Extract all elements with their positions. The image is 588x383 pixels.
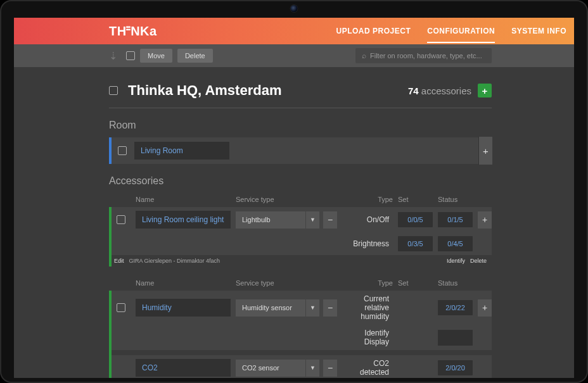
- search-icon: ⌕: [362, 51, 366, 60]
- accessory-checkbox[interactable]: [117, 303, 125, 312]
- col-type: Type: [342, 279, 393, 287]
- col-service: Service type: [236, 279, 337, 287]
- room-checkbox[interactable]: [118, 146, 127, 155]
- edit-link[interactable]: Edit: [114, 258, 124, 264]
- nav-configuration[interactable]: CONFIGURATION: [427, 19, 495, 43]
- toolbar: ⇣ Move Delete ⌕: [14, 44, 574, 67]
- add-room-button[interactable]: +: [478, 137, 492, 165]
- nav-upload-project[interactable]: UPLOAD PROJECT: [336, 19, 411, 43]
- reorder-handle-icon: ⇣: [109, 50, 117, 62]
- logo: TH••••••NKa: [109, 24, 157, 39]
- remove-service-button[interactable]: −: [323, 360, 337, 377]
- type-label: On/Off: [342, 215, 393, 224]
- identify-link[interactable]: Identify: [447, 258, 465, 264]
- accessory-subrow: Brightness 0/3/5 0/4/5: [109, 232, 492, 255]
- set-address[interactable]: 0/3/5: [398, 236, 433, 251]
- col-status: Status: [438, 279, 473, 287]
- remove-service-button[interactable]: −: [323, 299, 337, 317]
- move-button[interactable]: Move: [140, 49, 172, 63]
- col-service: Service type: [236, 196, 337, 203]
- tablet-camera: [291, 5, 298, 12]
- service-type-select[interactable]: Lightbulb: [236, 211, 305, 229]
- type-label: Current relative humidity: [342, 294, 393, 321]
- status-address[interactable]: 0/4/5: [438, 236, 473, 251]
- remove-service-button[interactable]: −: [323, 211, 337, 229]
- chevron-down-icon[interactable]: ▼: [305, 211, 319, 229]
- col-name: Name: [136, 279, 231, 287]
- accessory-row: Lightbulb ▼ − On/Off 0/0/5 0/1/5 +: [109, 207, 492, 232]
- status-address-empty[interactable]: [438, 330, 473, 346]
- accessory-group: Name Service type Type Set Status Humidi…: [109, 277, 492, 378]
- col-type: Type: [342, 196, 393, 203]
- add-accessory-button[interactable]: +: [478, 84, 492, 97]
- type-label: Brightness: [342, 239, 393, 248]
- accessory-row: CO2 sensor ▼ − CO2 detected 2/0/20: [109, 355, 492, 378]
- room-name-input[interactable]: [134, 142, 229, 160]
- type-label: CO2 detected: [342, 359, 393, 377]
- select-all-checkbox[interactable]: [126, 51, 135, 60]
- delete-button[interactable]: Delete: [177, 49, 213, 63]
- status-address[interactable]: 0/1/5: [438, 212, 473, 227]
- room-section-label: Room: [109, 108, 492, 137]
- project-title: Thinka HQ, Amsterdam: [128, 82, 281, 99]
- accessory-footer: Edit GIRA Gierslepen - Dimmaktor 4fach I…: [109, 255, 492, 267]
- nav-system-info[interactable]: SYSTEM INFO: [511, 19, 566, 43]
- col-name: Name: [136, 196, 231, 203]
- accessory-count-label: accessories: [421, 85, 471, 96]
- accessory-subrow: Identify Display: [109, 325, 492, 350]
- project-checkbox[interactable]: [109, 86, 118, 95]
- delete-link[interactable]: Delete: [470, 258, 487, 264]
- accessory-name-input[interactable]: [136, 299, 231, 317]
- service-type-select[interactable]: CO2 sensor: [236, 360, 305, 377]
- accessory-name-input[interactable]: [136, 359, 231, 377]
- col-set: Set: [398, 196, 433, 203]
- accessory-count: 74: [408, 85, 419, 96]
- service-type-select[interactable]: Humidity sensor: [236, 299, 305, 317]
- col-set: Set: [398, 279, 433, 287]
- accessory-group: Name Service type Type Set Status Lightb…: [109, 193, 492, 267]
- search-input[interactable]: [370, 52, 485, 60]
- accessory-row: Humidity sensor ▼ − Current relative hum…: [109, 291, 492, 325]
- room-row: +: [109, 137, 492, 164]
- group-stripe: [109, 207, 112, 267]
- type-label: Identify Display: [342, 329, 393, 346]
- group-stripe: [109, 291, 112, 378]
- chevron-down-icon[interactable]: ▼: [305, 360, 319, 377]
- chevron-down-icon[interactable]: ▼: [305, 299, 319, 317]
- col-status: Status: [438, 196, 473, 203]
- add-row-button[interactable]: +: [478, 299, 492, 317]
- set-address[interactable]: 0/0/5: [398, 212, 433, 227]
- status-address[interactable]: 2/0/22: [438, 300, 473, 315]
- accessories-section-label: Accessories: [109, 164, 492, 193]
- add-row-button[interactable]: +: [478, 211, 492, 229]
- header: TH••••••NKa UPLOAD PROJECT CONFIGURATION…: [14, 18, 574, 44]
- accessory-checkbox[interactable]: [117, 215, 125, 224]
- accessory-name-input[interactable]: [136, 211, 231, 229]
- status-address[interactable]: 2/0/20: [438, 360, 473, 375]
- device-label: GIRA Gierslepen - Dimmaktor 4fach: [129, 258, 220, 264]
